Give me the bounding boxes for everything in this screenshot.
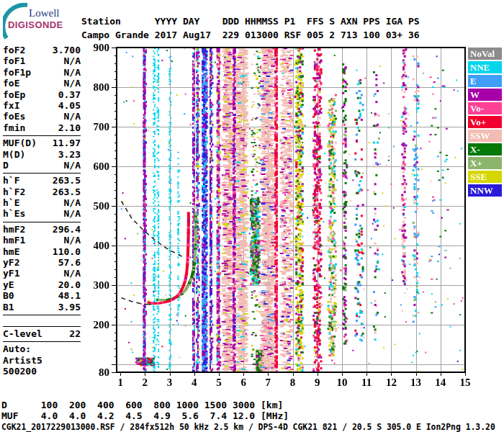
param-row-fmin: fmin2.10 — [3, 122, 81, 133]
param-label: yF1 — [3, 268, 19, 279]
param-label: foF1 — [3, 55, 25, 66]
panel-gap — [3, 317, 81, 324]
param-row-hes: h`EsN/A — [3, 208, 81, 219]
param-label: Artist5 — [3, 355, 42, 366]
param-label: h`Es — [3, 208, 25, 219]
legend-item-sse: SSE — [468, 171, 502, 183]
panel-separator — [3, 222, 81, 222]
param-row-fxi: fxI4.05 — [3, 100, 81, 111]
lowell-digisonde-logo: Lowell DIGISONDE — [3, 3, 79, 40]
param-label: M(D) — [3, 149, 25, 160]
param-value: 3.23 — [58, 149, 81, 160]
ionogram-plot-canvas — [101, 44, 472, 382]
x-tick-label: 2 — [143, 377, 148, 389]
x-tick-label: 9 — [315, 377, 320, 389]
status-line: CGK21_2017229013000.RSF / 284fx512h 50 k… — [1, 422, 495, 432]
y-tick-label: 800 — [81, 81, 109, 94]
param-value: N/A — [64, 268, 81, 279]
param-row-hmf1: hmF1N/A — [3, 235, 81, 246]
param-row-artist5: Artist5 — [3, 355, 81, 366]
digisonde-ionogram-screen: Lowell DIGISONDE Station YYYY DAY DDD HH… — [0, 0, 504, 432]
param-value: 296.4 — [53, 224, 81, 235]
y-tick-label: 700 — [81, 121, 109, 133]
d-muf-table: D 100 200 400 600 800 1000 1500 3000 [km… — [1, 400, 289, 421]
param-label: foE — [3, 78, 19, 89]
param-value: 20.0 — [58, 279, 81, 290]
param-label: hmF1 — [3, 235, 25, 246]
panel-separator — [3, 315, 81, 315]
y-tick-label: 200 — [81, 319, 109, 331]
param-row-hme: hmE110.0 — [3, 246, 81, 257]
legend-item-w: W — [468, 89, 502, 101]
param-label: MUF(D) — [3, 138, 37, 148]
param-label: hmF2 — [3, 224, 25, 235]
legend-item-noval: NoVal — [468, 48, 502, 60]
param-value: N/A — [64, 111, 81, 122]
param-value: 57.6 — [58, 257, 81, 268]
header-fields-line: Station YYYY DAY DDD HHMMSS P1 FFS S AXN… — [81, 16, 420, 27]
param-label: h`E — [3, 197, 19, 208]
param-value: 11.97 — [53, 138, 81, 148]
x-tick-label: 6 — [240, 377, 246, 389]
y-tick-label: 400 — [81, 240, 109, 252]
header-values-line: Campo Grande 2017 Aug17 229 013000 RSF 0… — [81, 30, 420, 40]
scaled-parameters-panel: foF23.700foF1N/AfoF1pN/AfoEN/AfoEp0.37fx… — [3, 45, 81, 377]
x-tick-label: 13 — [410, 377, 421, 389]
x-tick-label: 15 — [460, 377, 471, 389]
param-value: 22 — [69, 328, 81, 339]
param-value: 110.0 — [53, 246, 81, 257]
param-label: D — [3, 160, 9, 171]
param-label: foEs — [3, 111, 25, 122]
panel-separator — [3, 341, 81, 342]
param-value: N/A — [64, 78, 81, 89]
param-value: 263.5 — [53, 186, 81, 197]
param-value: N/A — [64, 160, 81, 171]
param-row-md: M(D)3.23 — [3, 149, 81, 160]
logo-lowell-text: Lowell — [29, 7, 60, 19]
header-block: Station YYYY DAY DDD HHMMSS P1 FFS S AXN… — [81, 14, 420, 42]
param-label: B0 — [3, 290, 14, 301]
param-value: 2.10 — [58, 122, 81, 133]
param-value: 48.1 — [58, 290, 81, 301]
legend-item-ssw: SSW — [468, 130, 502, 142]
x-tick-label: 11 — [361, 377, 372, 389]
param-label: foF2 — [3, 45, 25, 55]
param-value: 3.95 — [58, 302, 81, 312]
x-tick-label: 7 — [266, 377, 271, 389]
legend-item-x: X+ — [468, 157, 502, 169]
x-tick-label: 10 — [336, 377, 347, 389]
param-row-fof1: foF1N/A — [3, 55, 81, 66]
param-label: Auto: — [3, 343, 31, 354]
legend-item-nne: NNE — [468, 61, 502, 73]
x-tick-label: 3 — [167, 377, 173, 389]
x-tick-label: 1 — [117, 377, 123, 389]
param-row-mufd: MUF(D)11.97 — [3, 138, 81, 148]
param-value: 4.05 — [58, 100, 81, 111]
x-tick-label: 5 — [216, 377, 222, 389]
param-row-foes: foEsN/A — [3, 111, 81, 122]
y-tick-label: 80 — [81, 366, 109, 379]
param-value: N/A — [64, 197, 81, 208]
param-row-500200: 500200 — [3, 366, 81, 377]
param-label: h`F — [3, 175, 19, 186]
y-tick-label: 900 — [81, 42, 109, 54]
y-tick-label: 600 — [81, 161, 109, 173]
param-value: N/A — [64, 208, 81, 219]
param-label: C-level — [3, 328, 42, 339]
param-row-ye: yE20.0 — [3, 279, 81, 290]
param-row-foe: foEN/A — [3, 78, 81, 89]
param-row-fof1p: foF1pN/A — [3, 67, 81, 78]
legend-item-vo: Vo+ — [468, 116, 502, 128]
param-row-fof2: foF23.700 — [3, 45, 81, 55]
param-label: fxI — [3, 100, 19, 111]
x-tick-label: 14 — [435, 377, 446, 389]
param-value: 0.37 — [58, 89, 81, 100]
param-value: 263.5 — [53, 175, 81, 186]
param-label: fmin — [3, 122, 25, 133]
param-row-foep: foEp0.37 — [3, 89, 81, 100]
muf-row: MUF 4.0 4.0 4.2 4.5 4.9 5.6 7.4 12.0 [MH… — [1, 410, 289, 421]
param-row-hf: h`F263.5 — [3, 175, 81, 186]
param-label: foEp — [3, 89, 25, 100]
param-label: B1 — [3, 302, 14, 312]
x-tick-label: 12 — [386, 377, 397, 389]
